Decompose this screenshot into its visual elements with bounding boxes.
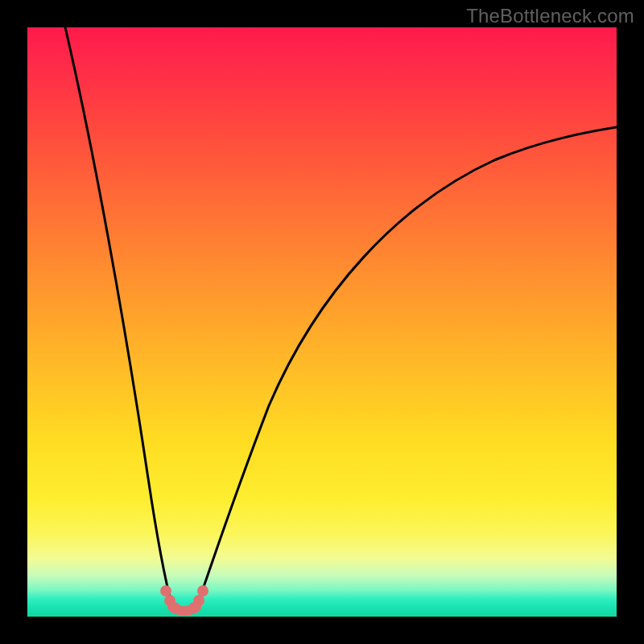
curve-left-arm	[65, 27, 172, 607]
curve-right-arm	[196, 127, 617, 607]
svg-point-5	[197, 585, 208, 597]
watermark-text: TheBottleneck.com	[466, 5, 634, 27]
svg-point-2	[169, 602, 180, 613]
svg-point-0	[160, 585, 171, 597]
chart-curves	[27, 27, 617, 617]
svg-point-4	[193, 595, 204, 606]
chart-plot-area	[27, 27, 617, 617]
